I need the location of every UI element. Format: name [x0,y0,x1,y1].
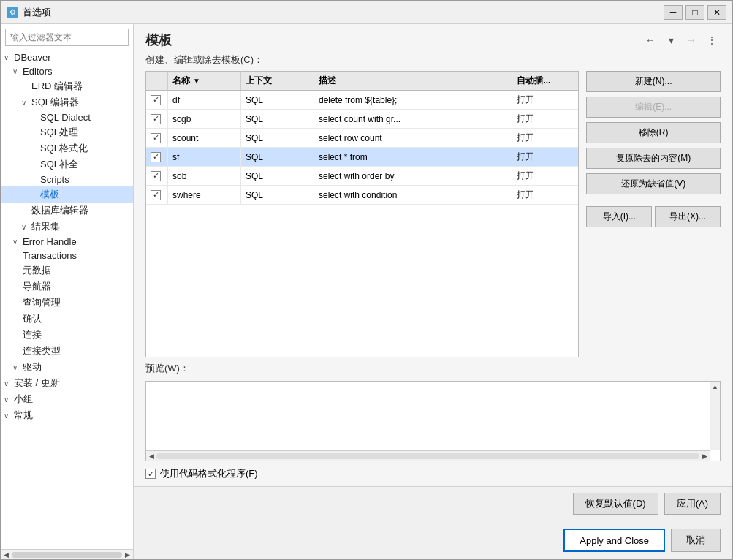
tree-item-driver[interactable]: ∨ 驱动 [1,359,133,375]
tree-item-sql-editor[interactable]: ∨ SQL编辑器 [1,94,133,110]
right-toolbar: ← ▾ → ⋮ [642,31,721,49]
tree-item-editors[interactable]: ∨ Editors [1,64,133,78]
table-row[interactable]: sob SQL select with order by 打开 [146,167,578,186]
row-checkbox[interactable] [146,110,168,128]
window-title: 首选项 [23,6,664,19]
tree-item-sql-complete[interactable]: SQL补全 [1,156,133,173]
tree-item-sql-process[interactable]: SQL处理 [1,124,133,140]
row-checkbox[interactable] [146,129,168,147]
new-button[interactable]: 新建(N)... [586,71,721,92]
tree-item-connection-type[interactable]: 连接类型 [1,343,133,359]
tree-item-transactions[interactable]: Transactions [1,249,133,262]
tree-item-connection[interactable]: 连接 [1,327,133,343]
scroll-track[interactable] [156,453,699,459]
col-header-auto: 自动插... [512,72,578,90]
row-description: select count with gr... [314,110,512,128]
tree-item-scripts[interactable]: Scripts [1,173,133,186]
section-label: 创建、编辑或除去模板(C)： [134,53,732,71]
row-description: delete from ${table}; [314,91,512,109]
edit-button[interactable]: 编辑(E)... [586,97,721,118]
tree-label: 小组 [14,393,33,406]
table-row[interactable]: df SQL delete from ${table}; 打开 [146,91,578,110]
use-formatter-checkbox[interactable] [145,469,156,479]
apply-button[interactable]: 应用(A) [664,493,721,515]
forward-button[interactable]: → [683,31,700,49]
restore-removed-button[interactable]: 复原除去的内容(M) [586,148,721,169]
table-row[interactable]: sf SQL select * from 打开 [146,148,578,167]
preview-scrollbar-bottom[interactable]: ◀ ▶ [146,450,710,461]
tree-item-query-mgmt[interactable]: 查询管理 [1,295,133,311]
more-button[interactable]: ⋮ [703,31,721,49]
tree-label: 结果集 [31,220,60,233]
minimize-button[interactable]: ─ [664,5,683,20]
tree-item-install[interactable]: ∨ 安装 / 更新 [1,375,133,391]
scrollbar-track[interactable] [12,552,122,558]
table-row[interactable]: scount SQL select row count 打开 [146,129,578,148]
scroll-up-arrow[interactable]: ▲ [710,382,721,392]
table-row[interactable]: swhere SQL select with condition 打开 [146,186,578,205]
row-checkbox[interactable] [146,186,168,204]
tree-item-group[interactable]: ∨ 小组 [1,391,133,407]
row-name: sob [168,167,241,185]
tree-item-general[interactable]: ∨ 常规 [1,407,133,423]
filter-input[interactable] [5,29,129,46]
tree-item-confirm[interactable]: 确认 [1,311,133,327]
tree-arrow: ∨ [4,379,12,387]
row-checkbox[interactable] [146,167,168,185]
back-dropdown-button[interactable]: ▾ [662,31,680,49]
tree-label: 数据库编辑器 [31,204,88,217]
tree-item-navigator[interactable]: 导航器 [1,279,133,295]
preview-scrollbar-right[interactable]: ▲ [710,382,720,450]
preview-label: 预览(W)： [145,362,721,375]
row-checkbox[interactable] [146,148,168,166]
checkbox-scount[interactable] [151,133,161,143]
tree-label: 驱动 [23,360,42,374]
tree-item-erd[interactable]: ERD 编辑器 [1,78,133,94]
tree-area: ∨ DBeaver ∨ Editors ERD 编辑器 ∨ SQL编辑器 [1,50,133,549]
preview-section: 预览(W)： [134,357,732,381]
right-panel: 模板 ← ▾ → ⋮ 创建、编辑或除去模板(C)： 名称 ▼ 上下文 描述 [134,24,732,559]
scroll-right-arrow[interactable]: ▶ [125,551,130,559]
tree-label: SQL格式化 [40,142,88,155]
export-button[interactable]: 导出(X)... [655,206,721,227]
row-name: swhere [168,186,241,204]
maximize-button[interactable]: □ [685,5,704,20]
checkbox-sob[interactable] [151,171,161,181]
restore-default-button[interactable]: 还原为缺省值(V) [586,173,721,194]
row-name: df [168,91,241,109]
col-header-context: 上下文 [241,72,314,90]
checkbox-sf[interactable] [151,152,161,162]
tree-item-db-editor[interactable]: 数据库编辑器 [1,203,133,219]
import-button[interactable]: 导入(I)... [586,206,652,227]
close-button[interactable]: ✕ [707,5,726,20]
row-checkbox[interactable] [146,91,168,109]
checkbox-df[interactable] [151,95,161,105]
scroll-left-arrow[interactable]: ◀ [4,551,9,559]
col-header-name: 名称 ▼ [168,72,241,90]
restore-defaults-button[interactable]: 恢复默认值(D) [573,493,658,515]
checkbox-scgb[interactable] [151,114,161,124]
row-auto: 打开 [512,186,578,204]
back-button[interactable]: ← [642,31,659,49]
tree-label: 安装 / 更新 [14,377,60,390]
tree-item-metadata[interactable]: 元数据 [1,262,133,279]
scroll-left-arrow[interactable]: ◀ [146,451,156,461]
apply-close-button[interactable]: Apply and Close [563,529,665,552]
use-formatter-label: 使用代码格式化程序(F) [160,467,258,480]
tree-item-templates[interactable]: 模板 [1,186,133,203]
tree-item-sql-format[interactable]: SQL格式化 [1,140,133,156]
tree-item-error-handle[interactable]: ∨ Error Handle [1,235,133,249]
table-row[interactable]: scgb SQL select count with gr... 打开 [146,110,578,129]
tree-arrow: ∨ [21,99,30,107]
remove-button[interactable]: 移除(R) [586,122,721,143]
checkbox-swhere[interactable] [151,190,161,200]
scroll-right-arrow[interactable]: ▶ [699,451,710,461]
tree-item-results[interactable]: ∨ 结果集 [1,219,133,235]
cancel-button[interactable]: 取消 [671,529,721,552]
tree-item-sql-dialect[interactable]: SQL Dialect [1,110,133,124]
left-horizontal-scrollbar[interactable]: ◀ ▶ [1,549,133,559]
tree-label: 常规 [14,409,33,422]
row-name: scount [168,129,241,147]
tree-item-dbeaver[interactable]: ∨ DBeaver [1,50,133,64]
tree-label: SQL编辑器 [31,96,79,109]
